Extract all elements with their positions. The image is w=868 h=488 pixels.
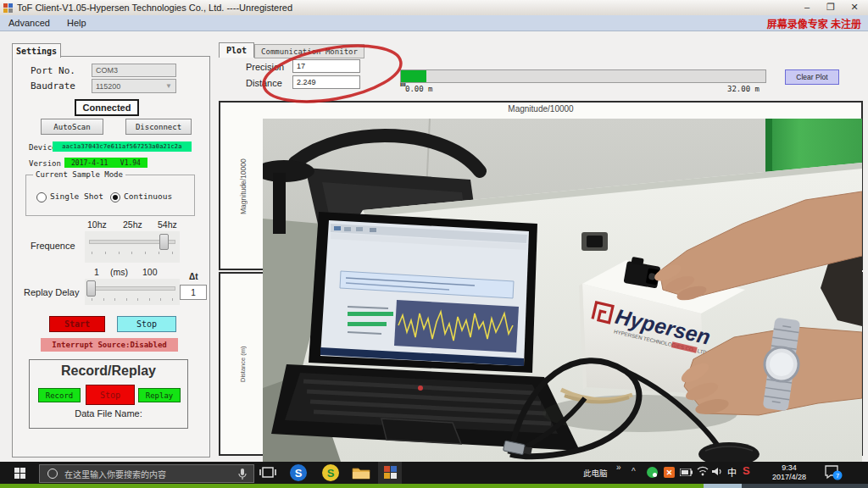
screen: ToF Client-V1.05-Hypersen Technologies C… (0, 0, 868, 488)
browser-icon[interactable]: S (290, 464, 307, 481)
data-file-name-label: Data File Name: (30, 408, 187, 419)
port-input[interactable]: COM3 (92, 64, 176, 77)
notification-icon[interactable]: 7 (824, 465, 843, 480)
replay-tick-ms: (ms) (110, 267, 128, 277)
clear-plot-button[interactable]: Clear Plot (785, 69, 839, 85)
clock-time: 9:34 (763, 463, 815, 473)
replay-tick-1: 1 (94, 267, 99, 277)
chevron-down-icon: ▼ (165, 82, 172, 90)
app-icon (3, 3, 13, 13)
volume-icon[interactable] (712, 467, 723, 476)
clock-date: 2017/4/28 (763, 473, 815, 482)
connection-status: Connected (75, 99, 139, 116)
menu-help[interactable]: Help (58, 18, 95, 28)
distance-progress-bar (400, 69, 766, 83)
maximize-button[interactable]: ❐ (819, 0, 843, 14)
tab-settings[interactable]: Settings (12, 43, 61, 58)
wifi-icon[interactable] (697, 466, 709, 476)
replay-delay-slider[interactable] (85, 279, 180, 305)
ime-indicator[interactable]: 中 (727, 465, 737, 479)
freq-tick-54hz: 54hz (158, 219, 177, 230)
frequence-slider-thumb[interactable] (159, 234, 169, 250)
record-stop-button[interactable]: Stop (86, 385, 135, 405)
minimize-button[interactable]: – (795, 0, 819, 14)
cortana-icon (47, 469, 58, 479)
laptop (271, 212, 580, 451)
menu-bar: Advanced Help 屏幕录像专家 未注册 (0, 15, 868, 31)
replay-tick-100: 100 (142, 267, 158, 277)
range-max-label: 32.00 m (727, 85, 760, 93)
title-bar: ToF Client-V1.05-Hypersen Technologies C… (0, 0, 868, 16)
wechat-tray-icon[interactable] (647, 467, 658, 478)
file-explorer-icon[interactable] (352, 466, 370, 480)
video-progress-rest[interactable] (742, 484, 868, 488)
precision-input[interactable]: 17 (292, 59, 360, 73)
precision-label: Precision (246, 62, 284, 72)
radio-continuous[interactable] (110, 192, 120, 202)
input-method-app-icon[interactable]: S (322, 464, 339, 481)
progress-fill (401, 70, 426, 82)
replay-delay-label: Replay Delay (24, 287, 79, 297)
microphone-icon[interactable] (238, 469, 247, 480)
dt-label: Δt (189, 272, 198, 281)
video-progress-played[interactable] (0, 484, 704, 488)
version-label: Version (29, 159, 61, 168)
overflow-chevrons[interactable]: » (616, 463, 621, 472)
range-min-label: 0.00 m (405, 85, 433, 93)
dt-input[interactable]: 1 (180, 285, 207, 300)
notification-badge: 7 (836, 472, 839, 480)
stop-button[interactable]: Stop (117, 316, 176, 332)
frequence-label: Frequence (31, 241, 75, 251)
replay-button[interactable]: Replay (138, 388, 181, 402)
version-value: 2017-4-11 V1.94 (64, 158, 147, 168)
freq-tick-25hz: 25hz (123, 219, 142, 230)
record-replay-group: Record/Replay Record Stop Replay Data Fi… (29, 359, 188, 429)
record-button[interactable]: Record (38, 388, 81, 402)
trackpoint (418, 385, 423, 391)
magnitude-axis-label: Magnitude/10000 (239, 127, 248, 246)
clock[interactable]: 9:34 2017/4/28 (763, 463, 815, 482)
tab-plot[interactable]: Plot (219, 42, 254, 58)
tof-client-app-icon[interactable] (384, 466, 397, 479)
baudrate-label: Baudrate (31, 80, 75, 92)
distance-axis-label: Distance (m) (239, 313, 247, 415)
photo-scene: Hypersen HYPERSEN TECHNOLOGIES CO., LTD (263, 119, 862, 462)
sogou-tray-icon[interactable]: S (743, 464, 750, 477)
frequence-slider[interactable] (85, 231, 180, 263)
table-socket (581, 232, 608, 251)
device-id-value: aac1a37043c7e611af567253a0a21c2a (53, 141, 192, 152)
menu-advanced[interactable]: Advanced (0, 18, 58, 28)
tray-expand-arrow[interactable]: ^ (632, 467, 636, 476)
search-placeholder: 在这里输入你要搜索的内容 (64, 468, 166, 480)
distance-label: Distance (246, 78, 282, 88)
record-replay-title: Record/Replay (30, 363, 187, 379)
replay-delay-slider-thumb[interactable] (86, 280, 96, 297)
recorder-watermark: 屏幕录像专家 未注册 (767, 16, 861, 30)
interrupt-source-banner: Interrupt Source:Disabled (41, 338, 178, 352)
orange-tray-icon[interactable]: ✕ (664, 467, 675, 478)
taskbar-search[interactable]: 在这里输入你要搜索的内容 (39, 464, 254, 483)
baudrate-select[interactable]: 115200 ▼ (92, 79, 176, 93)
continuous-label: Continuous (124, 191, 172, 201)
freq-tick-10hz: 10hz (87, 219, 107, 230)
distance-input[interactable]: 2.249 (292, 75, 360, 89)
tab-communication-monitor[interactable]: Communication Monitor (254, 44, 364, 58)
start-button[interactable]: Start (49, 316, 105, 332)
laptop-trackpad (381, 419, 461, 444)
this-pc-label[interactable]: 此电脑 (583, 467, 608, 479)
camera-photo: Hypersen HYPERSEN TECHNOLOGIES CO., LTD (263, 119, 862, 462)
battery-icon[interactable] (680, 469, 693, 476)
close-button[interactable]: ✕ (843, 0, 866, 14)
task-view-icon[interactable] (259, 466, 276, 480)
sample-mode-title: Current Sample Mode (33, 170, 125, 179)
windows-logo-icon (14, 468, 25, 479)
start-button-taskbar[interactable] (0, 462, 39, 484)
video-progress-buffer[interactable] (704, 484, 742, 488)
autoscan-button[interactable]: AutoScan (41, 119, 103, 135)
baudrate-value: 115200 (96, 82, 120, 91)
window-title: ToF Client-V1.05-Hypersen Technologies C… (17, 3, 292, 13)
port-label: Port No. (31, 65, 75, 76)
radio-single-shot[interactable] (36, 192, 47, 202)
disconnect-button[interactable]: Disconnect (125, 119, 192, 135)
single-shot-label: Single Shot (50, 191, 103, 201)
